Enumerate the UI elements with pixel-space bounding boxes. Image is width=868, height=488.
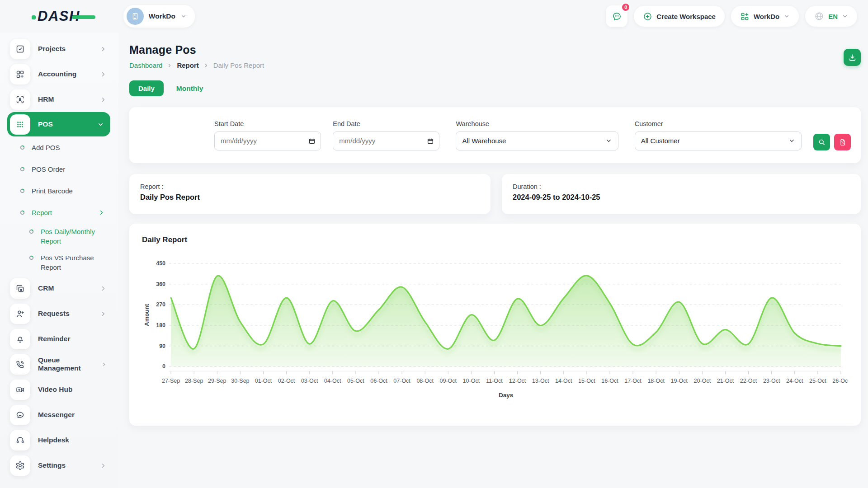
svg-text:17-Oct: 17-Oct <box>624 378 642 384</box>
sidebar-item-video-hub[interactable]: Video Hub <box>0 377 118 402</box>
donut-bullet-icon <box>20 188 25 193</box>
svg-text:24-Oct: 24-Oct <box>786 378 803 384</box>
page-title: Manage Pos <box>129 43 861 56</box>
end-date-label: End Date <box>333 120 439 127</box>
svg-text:14-Oct: 14-Oct <box>555 378 572 384</box>
globe-icon <box>814 11 824 21</box>
chat-bubble-icon <box>10 405 30 425</box>
svg-text:23-Oct: 23-Oct <box>763 378 780 384</box>
chevron-right-icon <box>98 209 105 216</box>
chevron-right-icon <box>203 63 209 68</box>
filter-actions <box>813 134 851 150</box>
svg-text:16-Oct: 16-Oct <box>601 378 618 384</box>
download-button[interactable] <box>844 49 861 66</box>
warehouse-label: Warehouse <box>456 120 618 127</box>
customer-group: Customer All Customer <box>635 120 802 150</box>
daily-report-card: Daily Report 09018027036045027-Sep28-Sep… <box>129 224 861 426</box>
svg-text:22-Oct: 22-Oct <box>740 378 757 384</box>
calendar-icon[interactable] <box>308 137 316 145</box>
chevron-right-icon <box>101 361 107 368</box>
app-menu-label: WorkDo <box>754 13 779 20</box>
gear-icon <box>10 455 30 476</box>
sidebar-item-crm[interactable]: CRM <box>0 276 118 301</box>
sidebar-subitem-pos-order[interactable]: POS Order <box>0 158 118 180</box>
svg-text:08-Oct: 08-Oct <box>416 378 434 384</box>
tab-daily[interactable]: Daily <box>129 80 164 96</box>
download-icon <box>848 53 857 62</box>
sidebar-subitem-add-pos[interactable]: Add POS <box>0 136 118 158</box>
svg-text:28-Sep: 28-Sep <box>185 378 203 384</box>
svg-text:11-Oct: 11-Oct <box>486 378 503 384</box>
sidebar-item-helpdesk[interactable]: Helpdesk <box>0 427 118 453</box>
sidebar-subitem-report[interactable]: Report <box>0 202 118 223</box>
chat-icon <box>612 11 622 22</box>
customer-select[interactable]: All Customer <box>635 131 802 150</box>
language-selector[interactable]: EN <box>805 6 857 27</box>
donut-bullet-icon <box>20 210 25 215</box>
sidebar-item-pos[interactable]: POS <box>7 112 110 136</box>
main-content: Manage Pos Dashboard Report Daily Pos Re… <box>129 33 861 488</box>
sidebar-item-hrm[interactable]: HRM <box>0 87 118 112</box>
chevron-right-icon <box>100 71 107 78</box>
app-menu-button[interactable]: WorkDo <box>731 6 799 27</box>
chevron-right-icon <box>100 310 107 317</box>
chart-wrap: 09018027036045027-Sep28-Sep29-Sep30-Sep0… <box>142 256 848 406</box>
workspace-selector[interactable]: WorkDo <box>123 5 195 28</box>
logo-bar <box>72 15 95 19</box>
svg-text:360: 360 <box>156 281 165 287</box>
sidebar-item-messenger[interactable]: Messenger <box>0 402 118 427</box>
workspace-name: WorkDo <box>149 12 175 20</box>
breadcrumb-dashboard-link[interactable]: Dashboard <box>129 61 162 69</box>
grid-plus-icon <box>740 12 750 21</box>
end-date-input[interactable] <box>339 137 422 145</box>
breadcrumb: Dashboard Report Daily Pos Report <box>129 61 861 69</box>
svg-text:07-Oct: 07-Oct <box>393 378 410 384</box>
workspace-avatar <box>127 8 144 25</box>
chevron-down-icon <box>783 13 790 19</box>
plus-circle-icon <box>643 12 652 21</box>
apply-filter-button[interactable] <box>813 134 830 150</box>
svg-text:21-Oct: 21-Oct <box>717 378 734 384</box>
topbar: DASH WorkDo 0 Create Workspace <box>0 0 868 33</box>
svg-text:03-Oct: 03-Oct <box>301 378 318 384</box>
calendar-icon[interactable] <box>427 137 434 145</box>
donut-bullet-icon <box>29 229 34 234</box>
sidebar-item-queue-management[interactable]: Queue Management <box>0 352 118 377</box>
start-date-field[interactable] <box>214 131 321 150</box>
warehouse-select[interactable]: All Warehouse <box>456 131 618 150</box>
sidebar-item-projects[interactable]: Projects <box>0 36 118 61</box>
bell-icon <box>10 329 30 349</box>
duration-label: Duration : <box>513 183 850 190</box>
reset-filter-button[interactable] <box>834 134 851 150</box>
svg-text:90: 90 <box>159 343 165 349</box>
svg-text:05-Oct: 05-Oct <box>347 378 364 384</box>
sidebar-subitem-print-barcode[interactable]: Print Barcode <box>0 180 118 202</box>
sidebar-subitem-pos-daily-monthly-report[interactable]: Pos Daily/Monthly Report <box>0 223 118 249</box>
sidebar-item-reminder[interactable]: Reminder <box>0 326 118 352</box>
customer-label: Customer <box>635 120 802 127</box>
user-plus-icon <box>10 304 30 324</box>
sidebar-item-requests[interactable]: Requests <box>0 301 118 326</box>
chevron-down-icon <box>180 13 187 19</box>
create-workspace-label: Create Workspace <box>656 13 716 20</box>
report-mode-tabs: Daily Monthly <box>129 80 861 96</box>
svg-text:29-Sep: 29-Sep <box>208 378 226 384</box>
start-date-label: Start Date <box>214 120 321 127</box>
report-value: Daily Pos Report <box>140 193 480 202</box>
sidebar-item-accounting[interactable]: Accounting <box>0 61 118 87</box>
messages-button[interactable]: 0 <box>606 5 627 27</box>
breadcrumb-report-link[interactable]: Report <box>177 61 198 69</box>
svg-text:12-Oct: 12-Oct <box>509 378 526 384</box>
create-workspace-button[interactable]: Create Workspace <box>634 6 725 27</box>
sidebar-subitem-pos-vs-purchase-report[interactable]: Pos VS Purchase Report <box>0 249 118 276</box>
video-plus-icon <box>10 380 30 400</box>
end-date-field[interactable] <box>333 131 439 150</box>
chevron-right-icon <box>100 46 107 52</box>
svg-text:270: 270 <box>156 301 165 308</box>
svg-text:26-Oct: 26-Oct <box>832 378 848 384</box>
breadcrumb-current: Daily Pos Report <box>213 61 264 69</box>
chevron-down-icon <box>97 121 104 128</box>
sidebar-item-settings[interactable]: Settings <box>0 453 118 478</box>
tab-monthly[interactable]: Monthly <box>176 84 203 93</box>
start-date-input[interactable] <box>221 137 303 145</box>
